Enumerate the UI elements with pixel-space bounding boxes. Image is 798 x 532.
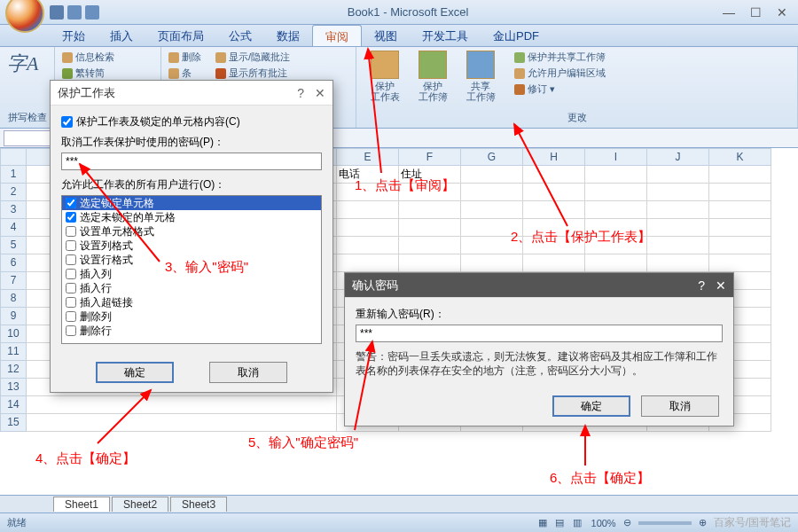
cell[interactable] [523, 201, 585, 219]
cell[interactable] [709, 166, 771, 184]
cell[interactable] [523, 219, 585, 237]
tab-view[interactable]: 视图 [362, 25, 410, 46]
cell[interactable] [461, 184, 523, 201]
cell[interactable] [399, 201, 461, 219]
maximize-button[interactable]: ☐ [743, 4, 768, 20]
sheet-tab[interactable]: Sheet3 [170, 497, 227, 512]
show-hide-comment[interactable]: 显示/隐藏批注 [215, 51, 290, 64]
row-header[interactable]: 12 [0, 361, 27, 379]
cell[interactable] [337, 219, 399, 237]
cancel-button[interactable]: 取消 [641, 395, 719, 417]
zoom-slider[interactable] [638, 521, 692, 525]
permission-item[interactable]: 插入列 [62, 267, 321, 281]
cell[interactable] [337, 237, 399, 254]
ok-button[interactable]: 确定 [96, 362, 174, 383]
col-header-f[interactable]: F [399, 148, 461, 166]
checkbox-icon[interactable] [66, 198, 76, 208]
cell[interactable] [647, 184, 709, 201]
undo-icon[interactable] [67, 5, 82, 20]
permissions-listbox[interactable]: 选定锁定单元格选定未锁定的单元格设置单元格格式设置列格式设置行格式插入列插入行插… [61, 195, 322, 344]
cell[interactable] [27, 414, 337, 432]
col-header-j[interactable]: J [647, 148, 709, 166]
cell[interactable] [461, 237, 523, 254]
cell[interactable] [585, 201, 647, 219]
permission-item[interactable]: 插入行 [62, 281, 321, 295]
row-header[interactable]: 8 [0, 290, 27, 308]
revision-item[interactable]: 修订 ▾ [514, 82, 606, 96]
cell[interactable] [585, 184, 647, 201]
row-header[interactable]: 6 [0, 254, 27, 272]
row-header[interactable]: 13 [0, 379, 27, 396]
cell[interactable] [647, 219, 709, 237]
cell[interactable] [27, 396, 337, 414]
checkbox-icon[interactable] [61, 116, 73, 128]
cell[interactable] [337, 254, 399, 272]
cell[interactable] [399, 237, 461, 254]
checkbox-icon[interactable] [66, 212, 76, 223]
cell[interactable] [399, 219, 461, 237]
permission-item[interactable]: 删除列 [62, 309, 321, 324]
protect-workbook-button[interactable]: 保护 工作簿 [411, 51, 454, 102]
checkbox-icon[interactable] [66, 311, 76, 322]
cell[interactable] [461, 166, 523, 184]
permission-item[interactable]: 设置单元格格式 [62, 224, 321, 239]
row-header[interactable]: 9 [0, 308, 27, 325]
tab-jinshan[interactable]: 金山PDF [481, 25, 552, 46]
sheet-tab[interactable]: Sheet2 [112, 497, 168, 512]
tab-layout[interactable]: 页面布局 [145, 25, 216, 46]
close-button[interactable]: ✕ [770, 4, 794, 20]
col-header-h[interactable]: H [523, 148, 585, 166]
permission-item[interactable]: 设置行格式 [62, 253, 321, 267]
xinxi-item[interactable]: 信息检索 [62, 51, 114, 64]
cell[interactable] [337, 201, 399, 219]
cell[interactable] [647, 201, 709, 219]
confirm-password-input[interactable] [356, 325, 723, 342]
checkbox-icon[interactable] [66, 269, 76, 279]
row-header[interactable]: 5 [0, 237, 27, 254]
cell[interactable] [523, 166, 585, 184]
row-header[interactable]: 11 [0, 343, 27, 361]
permission-item[interactable]: 插入超链接 [62, 295, 321, 309]
row-header[interactable]: 7 [0, 272, 27, 290]
zoom-level[interactable]: 100% [591, 518, 616, 528]
cell[interactable] [399, 184, 461, 201]
protect-share-item[interactable]: 保护并共享工作簿 [514, 51, 606, 64]
minimize-button[interactable]: — [716, 4, 741, 20]
help-icon[interactable]: ? [297, 86, 304, 100]
permission-item[interactable]: 选定锁定单元格 [62, 196, 321, 210]
cell[interactable] [709, 254, 771, 272]
show-all-comments[interactable]: 显示所有批注 [215, 66, 290, 80]
cell[interactable] [337, 184, 399, 201]
cell[interactable] [461, 254, 523, 272]
cell[interactable] [585, 166, 647, 184]
cond-item[interactable]: 条 [168, 66, 201, 80]
close-icon[interactable]: ✕ [315, 86, 325, 100]
cell[interactable] [647, 237, 709, 254]
checkbox-icon[interactable] [66, 283, 76, 293]
checkbox-icon[interactable] [66, 325, 76, 336]
cell[interactable] [709, 237, 771, 254]
cell[interactable] [709, 201, 771, 219]
col-header-k[interactable]: K [709, 148, 771, 166]
cell[interactable] [523, 254, 585, 272]
cell[interactable] [461, 219, 523, 237]
permission-item[interactable]: 选定未锁定的单元格 [62, 210, 321, 224]
tab-insert[interactable]: 插入 [98, 25, 145, 46]
protect-sheet-button[interactable]: 保护 工作表 [364, 51, 406, 102]
col-header-g[interactable]: G [461, 148, 523, 166]
row-header[interactable]: 2 [0, 184, 27, 201]
cell[interactable] [461, 201, 523, 219]
tab-review[interactable]: 审阅 [312, 25, 362, 46]
delete-comment[interactable]: 删除 [168, 51, 201, 64]
allow-edit-item[interactable]: 允许用户编辑区域 [514, 66, 606, 80]
cancel-button[interactable]: 取消 [209, 362, 287, 383]
cell[interactable] [585, 219, 647, 237]
zoom-in-icon[interactable]: ⊕ [699, 517, 707, 528]
checkbox-icon[interactable] [66, 297, 76, 308]
cell[interactable] [647, 166, 709, 184]
checkbox-icon[interactable] [66, 254, 76, 265]
password-input[interactable] [61, 153, 322, 170]
cell[interactable] [709, 219, 771, 237]
cell[interactable] [585, 254, 647, 272]
permission-item[interactable]: 删除行 [62, 324, 321, 338]
